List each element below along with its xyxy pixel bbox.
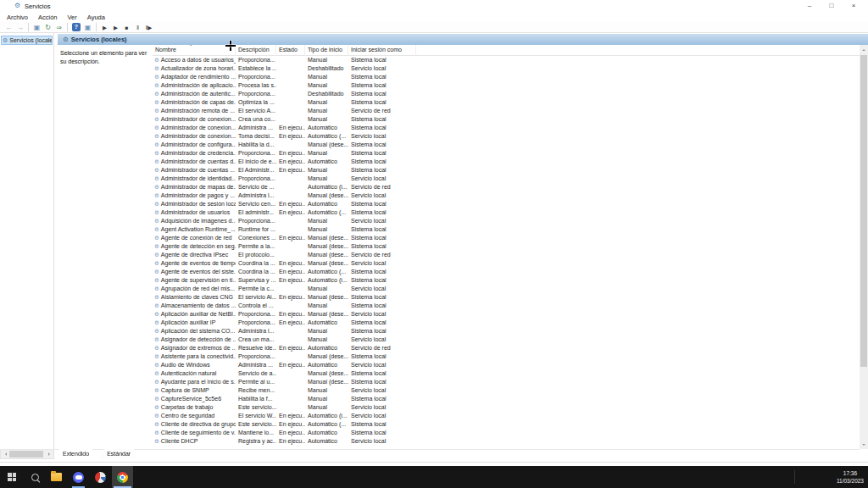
properties-icon[interactable]: ▣ <box>82 23 93 32</box>
title-bar[interactable]: ⚙ Servicios – □ × <box>0 0 868 12</box>
table-row[interactable]: ⚙Acceso a datos de usuarios_...Proporcio… <box>153 56 860 64</box>
table-row[interactable]: ⚙CaptureService_5c5e6Habilita la f...Man… <box>153 395 860 403</box>
scroll-right-icon[interactable] <box>45 450 53 458</box>
app-red-icon[interactable] <box>95 472 106 483</box>
table-row[interactable]: ⚙Administrador de sesión localServicio c… <box>153 200 860 208</box>
table-row[interactable]: ⚙Administración de capas de...Optimiza l… <box>153 98 860 107</box>
restart-service-icon[interactable]: ‖▶ <box>143 23 154 32</box>
table-row[interactable]: ⚙Administrador de usuariosEl administr..… <box>153 208 860 217</box>
export-list-icon[interactable]: ⇒ <box>53 23 64 32</box>
table-row[interactable]: ⚙Almacenamiento de datos ...Controla el … <box>153 302 860 310</box>
scrollbar-thumb[interactable] <box>9 451 43 458</box>
scroll-up-icon[interactable] <box>860 45 868 53</box>
table-row[interactable]: ⚙Carpetas de trabajoEste servicio...Manu… <box>153 403 860 412</box>
show-console-tree-icon[interactable]: ▣ <box>31 23 42 32</box>
table-row[interactable]: ⚙Aislamiento de claves CNGEl servicio Ai… <box>153 293 860 302</box>
table-row[interactable]: ⚙Asignador de extremos de ...Resuelve id… <box>153 344 860 352</box>
table-row[interactable]: ⚙Administrador de cuentas d...El inicio … <box>153 158 860 166</box>
start-service-icon[interactable]: ▶ <box>99 23 110 32</box>
table-row[interactable]: ⚙Aplicación del sistema CO...Administra … <box>153 327 860 336</box>
tab-extendido[interactable]: Extendido <box>55 449 97 459</box>
table-row[interactable]: ⚙Administración remota de ...El servicio… <box>153 107 860 115</box>
pause-service-icon[interactable]: ‖ <box>132 23 143 32</box>
service-cell: Automático (i... <box>305 412 348 420</box>
service-gear-icon: ⚙ <box>154 65 159 72</box>
tree-item-servicios-locales[interactable]: ⚙ Servicios (locales) <box>1 36 53 45</box>
table-row[interactable]: ⚙Agente de conexión de redConexiones ...… <box>153 234 860 242</box>
menu-item[interactable]: Archivo <box>2 14 33 21</box>
column-header[interactable]: Nombre <box>153 45 236 56</box>
stop-service-icon[interactable]: ■ <box>121 23 132 32</box>
table-row[interactable]: ⚙Administración de autentic...Proporcion… <box>153 90 860 98</box>
service-cell: Sistema local <box>348 319 416 327</box>
back-icon[interactable]: ← <box>3 23 14 32</box>
list-vertical-scrollbar[interactable] <box>860 45 868 449</box>
table-row[interactable]: ⚙Administrador de credencia...Proporcion… <box>153 149 860 158</box>
table-row[interactable]: ⚙Administrador de conexion...Administra … <box>153 124 860 132</box>
close-button[interactable]: × <box>843 0 865 12</box>
tree-horizontal-scrollbar[interactable] <box>0 449 54 459</box>
table-row[interactable]: ⚙Audio de WindowsAdministra ...En ejecu.… <box>153 361 860 369</box>
table-row[interactable]: ⚙Adaptador de rendimiento ...Proporciona… <box>153 73 860 81</box>
start-button[interactable] <box>8 473 16 481</box>
menu-item[interactable]: Ver <box>63 14 82 21</box>
file-explorer-icon[interactable] <box>51 473 62 481</box>
table-row[interactable]: ⚙Agent Activation Runtime_...Runtime for… <box>153 225 860 234</box>
column-header[interactable]: Tipo de inicio <box>305 45 348 56</box>
table-row[interactable]: ⚙Asignador de detección de ...Crea un ma… <box>153 336 860 344</box>
menu-item[interactable]: Ayuda <box>82 14 110 21</box>
minimize-button[interactable]: – <box>798 0 821 12</box>
table-row[interactable]: ⚙Actualizador de zona horari...Establece… <box>153 64 860 73</box>
forward-icon[interactable]: → <box>14 23 25 32</box>
table-row[interactable]: ⚙Autenticación naturalServicio de a...Ma… <box>153 369 860 378</box>
service-cell: Sistema local <box>348 149 416 158</box>
service-cell: Automático <box>305 319 348 327</box>
resume-service-icon[interactable]: ▶ <box>110 23 121 32</box>
table-row[interactable]: ⚙Ayudante para el inicio de s...Permite … <box>153 378 860 386</box>
table-row[interactable]: ⚙Administración de aplicacio...Procesa l… <box>153 81 860 90</box>
service-cell: Proporciona... <box>236 319 276 327</box>
table-row[interactable]: ⚙Agente de detección en seg...Permite a … <box>153 242 860 251</box>
tab-estandar[interactable]: Estándar <box>99 449 138 459</box>
scrollbar-thumb[interactable] <box>860 55 867 367</box>
table-row[interactable]: ⚙Administrador de conexion...Crea una co… <box>153 115 860 124</box>
chrome-icon[interactable] <box>117 472 128 483</box>
table-row[interactable]: ⚙Administrador de pagos y ...Administra … <box>153 191 860 200</box>
discord-icon[interactable] <box>73 472 84 483</box>
search-icon[interactable] <box>31 473 42 484</box>
column-header[interactable]: Descripción <box>236 45 276 56</box>
scroll-down-icon[interactable] <box>860 441 868 449</box>
table-row[interactable]: ⚙Cliente de directiva de grupoEste servi… <box>153 420 860 429</box>
table-row[interactable]: ⚙Administrador de conexion...Toma decisi… <box>153 132 860 141</box>
table-row[interactable]: ⚙Asistente para la conectivid...Proporci… <box>153 352 860 361</box>
table-row[interactable]: ⚙Centro de seguridadEl servicio W...En e… <box>153 412 860 420</box>
column-header[interactable]: Estado <box>276 45 305 56</box>
refresh-icon[interactable]: ↻ <box>42 23 53 32</box>
table-row[interactable]: ⚙Administrador de cuentas ...El Administ… <box>153 166 860 175</box>
service-gear-icon: ⚙ <box>154 192 159 199</box>
menu-item[interactable]: Acción <box>33 14 63 21</box>
table-row[interactable]: ⚙Aplicación auxiliar de NetBI...Proporci… <box>153 310 860 319</box>
table-row[interactable]: ⚙Agente de directiva IPsecEl protocolo..… <box>153 251 860 259</box>
table-row[interactable]: ⚙Agente de eventos de tiempoCoordina la … <box>153 259 860 268</box>
service-cell: Sistema local <box>348 90 416 98</box>
table-row[interactable]: ⚙Cliente de seguimiento de v...Mantiene … <box>153 429 860 437</box>
table-row[interactable]: ⚙Administrador de identidad...Proporcion… <box>153 175 860 183</box>
table-row[interactable]: ⚙Administrador de configura...Habilita l… <box>153 141 860 149</box>
taskbar-clock[interactable]: 17:36 11/03/2023 <box>837 469 864 485</box>
help-icon[interactable]: ? <box>72 23 81 31</box>
table-row[interactable]: ⚙Agente de supervisión en ti...Supervisa… <box>153 276 860 285</box>
table-row[interactable]: ⚙Captura de SNMPRecibe men...ManualServi… <box>153 386 860 395</box>
table-row[interactable]: ⚙Agrupación de red del mis...Permite la … <box>153 285 860 293</box>
table-row[interactable]: ⚙Agente de eventos del siste...Coordina … <box>153 268 860 276</box>
service-name: Cliente DHCP <box>161 437 198 446</box>
table-row[interactable]: ⚙Aplicación auxiliar IPProporciona...En … <box>153 319 860 327</box>
table-row[interactable]: ⚙Cliente DHCPRegistra y ac...En ejecu...… <box>153 437 860 446</box>
service-name: Administrador de pagos y ... <box>161 191 235 200</box>
table-row[interactable]: ⚙Administrador de mapas de...Servicio de… <box>153 183 860 191</box>
service-gear-icon: ⚙ <box>154 74 159 80</box>
table-row[interactable]: ⚙Adquisición de imágenes d...Proporciona… <box>153 217 860 225</box>
restore-button[interactable]: □ <box>821 0 843 12</box>
scroll-left-icon[interactable] <box>1 450 9 458</box>
column-header[interactable]: Iniciar sesión como <box>348 45 416 56</box>
